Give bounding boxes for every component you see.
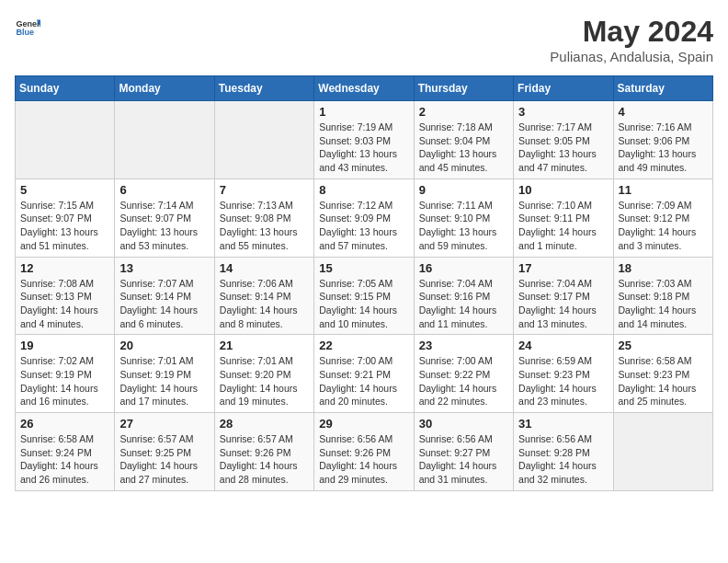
- calendar-day-cell: [16, 101, 115, 179]
- day-info: Sunrise: 7:12 AM Sunset: 9:09 PM Dayligh…: [319, 199, 408, 253]
- day-info: Sunrise: 7:00 AM Sunset: 9:22 PM Dayligh…: [419, 354, 508, 408]
- calendar-day-cell: 25Sunrise: 6:58 AM Sunset: 9:23 PM Dayli…: [613, 335, 712, 413]
- page-header: General Blue May 2024 Pulianas, Andalusi…: [15, 15, 713, 64]
- day-info: Sunrise: 7:03 AM Sunset: 9:18 PM Dayligh…: [619, 277, 708, 331]
- day-of-week-header: Tuesday: [214, 76, 313, 101]
- day-info: Sunrise: 7:01 AM Sunset: 9:20 PM Dayligh…: [220, 354, 309, 408]
- calendar-day-cell: 13Sunrise: 7:07 AM Sunset: 9:14 PM Dayli…: [115, 257, 214, 335]
- day-info: Sunrise: 7:00 AM Sunset: 9:21 PM Dayligh…: [319, 354, 408, 408]
- day-number: 26: [20, 417, 109, 431]
- day-info: Sunrise: 7:09 AM Sunset: 9:12 PM Dayligh…: [619, 199, 708, 253]
- month-year: May 2024: [550, 15, 713, 49]
- calendar-day-cell: 3Sunrise: 7:17 AM Sunset: 9:05 PM Daylig…: [514, 101, 613, 179]
- day-info: Sunrise: 7:17 AM Sunset: 9:05 PM Dayligh…: [518, 121, 608, 175]
- day-number: 17: [518, 261, 608, 275]
- day-info: Sunrise: 7:11 AM Sunset: 9:10 PM Dayligh…: [419, 199, 508, 253]
- day-info: Sunrise: 6:56 AM Sunset: 9:26 PM Dayligh…: [319, 432, 408, 487]
- calendar-day-cell: 31Sunrise: 6:56 AM Sunset: 9:28 PM Dayli…: [514, 413, 613, 491]
- day-number: 8: [319, 183, 408, 197]
- calendar-day-cell: 19Sunrise: 7:02 AM Sunset: 9:19 PM Dayli…: [16, 335, 115, 413]
- calendar-table: SundayMondayTuesdayWednesdayThursdayFrid…: [15, 75, 713, 491]
- day-info: Sunrise: 6:58 AM Sunset: 9:24 PM Dayligh…: [20, 432, 109, 487]
- calendar-day-cell: 21Sunrise: 7:01 AM Sunset: 9:20 PM Dayli…: [214, 335, 313, 413]
- calendar-day-cell: [115, 101, 214, 179]
- calendar-week-row: 26Sunrise: 6:58 AM Sunset: 9:24 PM Dayli…: [16, 413, 713, 491]
- day-number: 3: [518, 105, 608, 119]
- day-number: 12: [20, 261, 109, 275]
- day-info: Sunrise: 7:14 AM Sunset: 9:07 PM Dayligh…: [119, 199, 209, 253]
- day-number: 29: [319, 417, 408, 431]
- calendar-day-cell: 29Sunrise: 6:56 AM Sunset: 9:26 PM Dayli…: [314, 413, 414, 491]
- day-info: Sunrise: 7:05 AM Sunset: 9:15 PM Dayligh…: [319, 277, 408, 331]
- calendar-day-cell: 30Sunrise: 6:56 AM Sunset: 9:27 PM Dayli…: [414, 413, 513, 491]
- day-number: 16: [419, 261, 508, 275]
- day-info: Sunrise: 6:57 AM Sunset: 9:26 PM Dayligh…: [220, 432, 309, 487]
- calendar-day-cell: 26Sunrise: 6:58 AM Sunset: 9:24 PM Dayli…: [16, 413, 115, 491]
- day-number: 24: [518, 339, 608, 352]
- calendar-day-cell: 22Sunrise: 7:00 AM Sunset: 9:21 PM Dayli…: [314, 335, 414, 413]
- day-info: Sunrise: 7:04 AM Sunset: 9:16 PM Dayligh…: [419, 277, 508, 331]
- calendar-day-cell: 1Sunrise: 7:19 AM Sunset: 9:03 PM Daylig…: [314, 101, 414, 179]
- day-info: Sunrise: 6:58 AM Sunset: 9:23 PM Dayligh…: [619, 354, 708, 408]
- day-info: Sunrise: 7:10 AM Sunset: 9:11 PM Dayligh…: [518, 199, 608, 253]
- calendar-day-cell: 24Sunrise: 6:59 AM Sunset: 9:23 PM Dayli…: [514, 335, 613, 413]
- day-info: Sunrise: 6:59 AM Sunset: 9:23 PM Dayligh…: [518, 354, 608, 408]
- day-number: 14: [220, 261, 309, 275]
- day-number: 1: [319, 105, 408, 119]
- calendar-day-cell: 23Sunrise: 7:00 AM Sunset: 9:22 PM Dayli…: [414, 335, 513, 413]
- svg-text:General: General: [16, 19, 40, 29]
- day-info: Sunrise: 7:13 AM Sunset: 9:08 PM Dayligh…: [220, 199, 309, 253]
- day-number: 25: [619, 339, 708, 352]
- calendar-day-cell: 10Sunrise: 7:10 AM Sunset: 9:11 PM Dayli…: [514, 178, 613, 257]
- calendar-day-cell: 14Sunrise: 7:06 AM Sunset: 9:14 PM Dayli…: [214, 257, 313, 335]
- calendar-body: 1Sunrise: 7:19 AM Sunset: 9:03 PM Daylig…: [16, 101, 713, 491]
- day-info: Sunrise: 7:19 AM Sunset: 9:03 PM Dayligh…: [319, 121, 408, 175]
- day-info: Sunrise: 7:04 AM Sunset: 9:17 PM Dayligh…: [518, 277, 608, 331]
- calendar-day-cell: 16Sunrise: 7:04 AM Sunset: 9:16 PM Dayli…: [414, 257, 513, 335]
- calendar-day-cell: 27Sunrise: 6:57 AM Sunset: 9:25 PM Dayli…: [115, 413, 214, 491]
- logo: General Blue: [15, 15, 40, 40]
- day-number: 4: [619, 105, 708, 119]
- calendar-week-row: 12Sunrise: 7:08 AM Sunset: 9:13 PM Dayli…: [16, 257, 713, 335]
- day-number: 5: [20, 183, 109, 197]
- calendar-day-cell: 11Sunrise: 7:09 AM Sunset: 9:12 PM Dayli…: [613, 178, 712, 257]
- calendar-day-cell: 2Sunrise: 7:18 AM Sunset: 9:04 PM Daylig…: [414, 101, 513, 179]
- calendar-week-row: 5Sunrise: 7:15 AM Sunset: 9:07 PM Daylig…: [16, 178, 713, 257]
- day-number: 2: [419, 105, 508, 119]
- title-block: May 2024 Pulianas, Andalusia, Spain: [550, 15, 713, 64]
- day-number: 15: [319, 261, 408, 275]
- calendar-day-cell: 4Sunrise: 7:16 AM Sunset: 9:06 PM Daylig…: [613, 101, 712, 179]
- day-number: 9: [419, 183, 508, 197]
- day-number: 22: [319, 339, 408, 352]
- day-info: Sunrise: 7:01 AM Sunset: 9:19 PM Dayligh…: [119, 354, 209, 408]
- day-number: 31: [518, 417, 608, 431]
- day-of-week-header: Monday: [115, 76, 214, 101]
- day-info: Sunrise: 7:02 AM Sunset: 9:19 PM Dayligh…: [20, 354, 109, 408]
- day-info: Sunrise: 7:15 AM Sunset: 9:07 PM Dayligh…: [20, 199, 109, 253]
- day-number: 21: [220, 339, 309, 352]
- location: Pulianas, Andalusia, Spain: [550, 49, 713, 64]
- logo-icon: General Blue: [15, 15, 40, 40]
- calendar-week-row: 19Sunrise: 7:02 AM Sunset: 9:19 PM Dayli…: [16, 335, 713, 413]
- day-of-week-header: Thursday: [414, 76, 513, 101]
- day-info: Sunrise: 7:06 AM Sunset: 9:14 PM Dayligh…: [220, 277, 309, 331]
- calendar-day-cell: 9Sunrise: 7:11 AM Sunset: 9:10 PM Daylig…: [414, 178, 513, 257]
- calendar-day-cell: 17Sunrise: 7:04 AM Sunset: 9:17 PM Dayli…: [514, 257, 613, 335]
- day-info: Sunrise: 7:08 AM Sunset: 9:13 PM Dayligh…: [20, 277, 109, 331]
- day-number: 10: [518, 183, 608, 197]
- svg-text:Blue: Blue: [16, 28, 34, 37]
- calendar-day-cell: 6Sunrise: 7:14 AM Sunset: 9:07 PM Daylig…: [115, 178, 214, 257]
- calendar-day-cell: 8Sunrise: 7:12 AM Sunset: 9:09 PM Daylig…: [314, 178, 414, 257]
- calendar-week-row: 1Sunrise: 7:19 AM Sunset: 9:03 PM Daylig…: [16, 101, 713, 179]
- day-number: 7: [220, 183, 309, 197]
- day-of-week-header: Wednesday: [314, 76, 414, 101]
- calendar-day-cell: 7Sunrise: 7:13 AM Sunset: 9:08 PM Daylig…: [214, 178, 313, 257]
- day-number: 23: [419, 339, 508, 352]
- calendar-day-cell: 12Sunrise: 7:08 AM Sunset: 9:13 PM Dayli…: [16, 257, 115, 335]
- day-info: Sunrise: 7:18 AM Sunset: 9:04 PM Dayligh…: [419, 121, 508, 175]
- calendar-day-cell: 15Sunrise: 7:05 AM Sunset: 9:15 PM Dayli…: [314, 257, 414, 335]
- calendar-day-cell: [613, 413, 712, 491]
- day-number: 19: [20, 339, 109, 352]
- day-info: Sunrise: 7:07 AM Sunset: 9:14 PM Dayligh…: [119, 277, 209, 331]
- day-info: Sunrise: 6:56 AM Sunset: 9:27 PM Dayligh…: [419, 432, 508, 487]
